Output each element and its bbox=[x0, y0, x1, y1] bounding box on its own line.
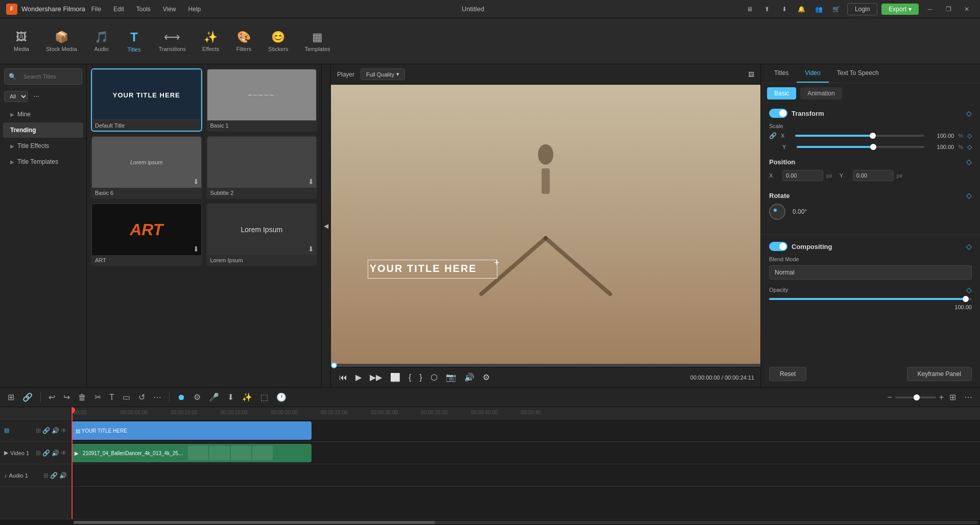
title-clip[interactable]: ▤ YOUR TITLE HERE bbox=[71, 421, 312, 440]
tl-link-button[interactable]: 🔗 bbox=[20, 391, 35, 404]
people-icon[interactable]: 👥 bbox=[812, 3, 826, 16]
audio-1-add-icon[interactable]: ⊞ bbox=[43, 472, 49, 479]
tl-audio-button[interactable]: 🎤 bbox=[206, 391, 222, 404]
menu-help[interactable]: Help bbox=[186, 5, 203, 14]
tl-effects-button[interactable]: ✨ bbox=[240, 391, 255, 404]
menu-tools[interactable]: Tools bbox=[134, 5, 153, 14]
zoom-slider[interactable] bbox=[895, 396, 936, 398]
tl-undo-button[interactable]: ↩ bbox=[46, 391, 58, 404]
player-progress-bar[interactable] bbox=[331, 364, 760, 367]
timeline-scroll-track[interactable] bbox=[74, 521, 978, 524]
card-basic-6[interactable]: Lorem ipsum ⬇ Basic 6 bbox=[91, 136, 202, 199]
play-button[interactable]: ▶ bbox=[353, 370, 364, 384]
tl-settings-button[interactable]: ⚙ bbox=[191, 391, 203, 404]
opacity-thumb[interactable] bbox=[963, 296, 969, 302]
track-2-audio-icon[interactable]: 🔊 bbox=[52, 427, 59, 434]
filter-dropdown[interactable]: All bbox=[4, 91, 28, 102]
audio-1-link-icon[interactable]: 🔗 bbox=[50, 472, 58, 479]
rotate-keyframe-icon[interactable]: ◇ bbox=[966, 191, 972, 199]
timeline-scroll-thumb[interactable] bbox=[74, 521, 435, 524]
bell-icon[interactable]: 🔔 bbox=[795, 3, 808, 16]
position-y-input[interactable] bbox=[853, 170, 894, 181]
more-options-button[interactable]: ⋯ bbox=[30, 92, 42, 101]
tool-titles[interactable]: T Titles bbox=[119, 26, 150, 57]
compositing-toggle[interactable] bbox=[769, 242, 787, 251]
tl-export-button[interactable]: ⬇ bbox=[225, 391, 236, 404]
tool-effects[interactable]: ✨ Effects bbox=[195, 27, 226, 56]
opacity-keyframe-icon[interactable]: ◇ bbox=[966, 286, 972, 294]
minimize-button[interactable]: ─ bbox=[923, 2, 937, 16]
rotate-dial[interactable] bbox=[769, 204, 785, 220]
menu-file[interactable]: File bbox=[89, 5, 103, 14]
opacity-slider[interactable] bbox=[769, 298, 972, 300]
scale-x-thumb[interactable] bbox=[870, 133, 876, 139]
tool-stock-media[interactable]: 📦 Stock Media bbox=[39, 27, 84, 56]
track-2-link-icon[interactable]: 🔗 bbox=[42, 427, 50, 434]
tab-video[interactable]: Video bbox=[797, 64, 828, 83]
position-keyframe-icon[interactable]: ◇ bbox=[966, 158, 972, 166]
track-2-eye-icon[interactable]: 👁 bbox=[61, 427, 67, 434]
scale-y-keyframe-icon[interactable]: ◇ bbox=[967, 143, 972, 151]
menu-edit[interactable]: Edit bbox=[111, 5, 126, 14]
card-subtitle-2[interactable]: ⬇ Subtitle 2 bbox=[206, 136, 318, 199]
card-default-title[interactable]: YOUR TITLE HERE Default Title bbox=[91, 68, 202, 132]
tl-rotate-left-button[interactable]: ↺ bbox=[136, 391, 148, 404]
scale-x-slider[interactable] bbox=[795, 135, 924, 137]
collapse-panel-button[interactable]: ◀ bbox=[322, 64, 331, 387]
tab-text-to-speech[interactable]: Text To Speech bbox=[829, 64, 887, 83]
track-1-link-icon[interactable]: 🔗 bbox=[42, 449, 50, 457]
video-clip[interactable]: ▶ 210917_04_BalleriDancer_4k_013_4k_2500… bbox=[71, 444, 312, 462]
tool-audio[interactable]: 🎵 Audio bbox=[86, 27, 117, 56]
tl-delete-button[interactable]: 🗑 bbox=[76, 391, 89, 404]
position-x-input[interactable] bbox=[782, 170, 823, 181]
tool-media[interactable]: 🖼 Media bbox=[6, 27, 37, 56]
scale-x-keyframe-icon[interactable]: ◇ bbox=[967, 132, 972, 139]
card-art[interactable]: ART ⬇ ART bbox=[91, 203, 202, 266]
sub-tab-basic[interactable]: Basic bbox=[767, 87, 796, 99]
device-icon[interactable]: 🖥 bbox=[743, 3, 756, 16]
tl-speed-button[interactable]: 🕐 bbox=[274, 391, 289, 404]
skip-back-button[interactable]: ⏮ bbox=[337, 371, 349, 384]
sidebar-item-trending[interactable]: Trending bbox=[3, 122, 83, 138]
zoom-out-button[interactable]: − bbox=[887, 393, 892, 402]
mark-out-button[interactable]: } bbox=[417, 371, 424, 384]
sidebar-item-mine[interactable]: ▶ Mine bbox=[3, 107, 83, 122]
share-icon[interactable]: ⬆ bbox=[760, 3, 774, 16]
tl-split-button[interactable]: ⬚ bbox=[258, 391, 271, 404]
search-input[interactable] bbox=[19, 71, 78, 82]
track-1-add-icon[interactable]: ⊞ bbox=[36, 449, 41, 457]
add-element-button[interactable]: + bbox=[494, 258, 499, 268]
tl-redo-button[interactable]: ↪ bbox=[61, 391, 73, 404]
tl-overflow-button[interactable]: ⋯ bbox=[962, 391, 975, 404]
menu-view[interactable]: View bbox=[161, 5, 178, 14]
export-button[interactable]: Export ▾ bbox=[881, 4, 919, 15]
stop-button[interactable]: ⬜ bbox=[388, 370, 402, 384]
sidebar-item-title-effects[interactable]: ▶ Title Effects bbox=[3, 138, 83, 154]
cart-icon[interactable]: 🛒 bbox=[830, 3, 843, 16]
tl-more-button[interactable]: ⋯ bbox=[151, 391, 164, 404]
tool-stickers[interactable]: 😊 Stickers bbox=[261, 27, 295, 56]
tl-view-button[interactable]: ⊞ bbox=[947, 391, 959, 404]
play-next-button[interactable]: ▶▶ bbox=[368, 370, 384, 384]
sub-tab-animation[interactable]: Animation bbox=[800, 87, 842, 99]
scale-y-slider[interactable] bbox=[797, 146, 924, 148]
track-2-add-icon[interactable]: ⊞ bbox=[36, 427, 41, 434]
blend-mode-select[interactable]: Normal Multiply Screen Overlay bbox=[769, 265, 972, 280]
sidebar-item-title-templates[interactable]: ▶ Title Templates bbox=[3, 154, 83, 169]
transform-keyframe-icon[interactable]: ◇ bbox=[966, 109, 972, 117]
card-lorem-ipsum[interactable]: Lorem Ipsum ⬇ Lorem Ipsum bbox=[206, 203, 318, 266]
tl-cut-button[interactable]: ✂ bbox=[92, 391, 104, 404]
track-1-audio-icon[interactable]: 🔊 bbox=[52, 449, 59, 457]
volume-button[interactable]: 🔊 bbox=[462, 370, 476, 384]
zoom-thumb[interactable] bbox=[914, 394, 920, 401]
maximize-button[interactable]: ❐ bbox=[941, 2, 955, 16]
login-button[interactable]: Login bbox=[847, 3, 877, 15]
transform-toggle[interactable] bbox=[769, 109, 787, 118]
quality-button[interactable]: Full Quality ▾ bbox=[361, 68, 405, 80]
track-1-eye-icon[interactable]: 👁 bbox=[61, 449, 67, 457]
audio-1-mute-icon[interactable]: 🔊 bbox=[59, 472, 67, 479]
player-progress-thumb[interactable] bbox=[331, 362, 337, 368]
tool-templates[interactable]: ▦ Templates bbox=[297, 27, 337, 56]
card-basic-1[interactable]: ───── Basic 1 bbox=[206, 68, 318, 132]
mark-in-button[interactable]: { bbox=[407, 371, 413, 384]
